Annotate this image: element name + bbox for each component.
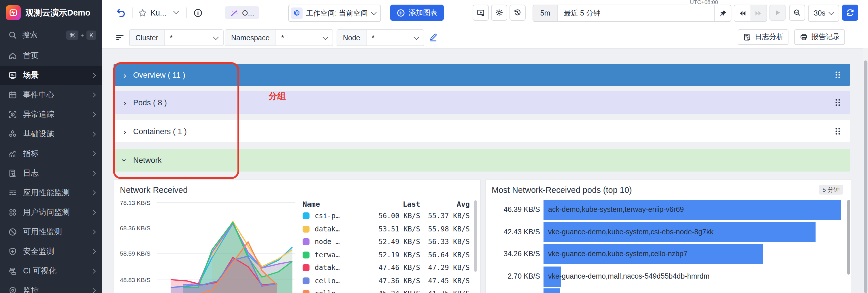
sidebar-item-scenes[interactable]: 场景 [0,66,102,85]
series-name: datak… [315,225,340,233]
chart-title: Network Received [120,185,188,194]
play-icon [773,9,781,17]
ai-assistant-button[interactable]: O... [225,6,259,19]
divider [132,7,132,18]
series-avg-value: 41.75 KB/S [420,290,470,293]
sidebar-search[interactable]: 搜索 ⌘ + K [8,28,96,43]
sidebar-item-monitors[interactable]: 监控 [0,281,102,293]
legend-row[interactable]: csi-p…56.00 KB/S55.37 KB/S [303,210,470,222]
sidebar-item-ci[interactable]: CI 可视化 [0,261,102,281]
refresh-interval-selector[interactable]: 30s [808,5,839,22]
series-avg-value: 56.64 KB/S [420,251,470,259]
sidebar-item-tracing[interactable]: 异常追踪 [0,105,102,124]
refresh-button[interactable] [842,5,858,21]
fast-forward-button[interactable] [750,5,767,21]
refresh-icon [845,8,855,17]
legend-row[interactable]: terwa…52.19 KB/S56.64 KB/S [303,248,470,261]
panel-scrollbar[interactable] [847,200,850,274]
legend-row[interactable]: cello…47.36 KB/S47.45 KB/S [303,274,470,287]
filter-cluster[interactable]: Cluster * [129,29,224,46]
sidebar-item-metrics[interactable]: 指标 [0,144,102,163]
group-label: Containers ( 1 ) [133,127,187,136]
legend-scrollbar[interactable] [474,200,477,272]
time-chip: 5m [533,5,558,21]
group-header-network[interactable]: ›Network [114,149,850,172]
drag-handle-icon[interactable] [835,98,841,107]
legend-col-name: Name [303,199,371,208]
sidebar-item-rum[interactable]: 用户访问监测 [0,203,102,222]
add-chart-button[interactable]: 添加图表 [390,5,444,21]
infra-icon [8,130,17,139]
filter-namespace[interactable]: Namespace * [225,29,333,46]
gear-icon [495,8,503,17]
series-last-value: 53.51 KB/S [371,225,420,233]
tracing-icon [8,110,17,119]
page-scrollbar-thumb[interactable] [864,61,867,293]
legend-row[interactable]: datak…53.51 KB/S55.98 KB/S [303,222,470,235]
history-button[interactable] [509,5,526,21]
zoom-out-button[interactable] [789,5,805,21]
play-button[interactable] [770,5,785,21]
sidebar-item-label: 日志 [23,168,92,178]
log-analysis-button[interactable]: 日志分析 [738,29,788,45]
log-search-icon [743,33,751,41]
bar-pod-label: ack-demo,kube-system,terway-eniip-v6r69 [548,200,684,220]
series-avg-value: 47.45 KB/S [420,277,470,285]
info-icon[interactable] [192,7,204,19]
series-color-swatch [303,278,310,284]
page-scrollbar-track [863,48,868,293]
bar-pod-label: vke-guance-demo,mall,nacos-549d55b4db-hm… [548,266,710,286]
series-avg-value: 55.37 KB/S [420,212,470,220]
report-records-button[interactable]: 报告记录 [794,29,845,45]
filter-icon[interactable] [114,32,126,43]
sidebar-item-logs[interactable]: 日志 [0,163,102,183]
kbd-plus: + [81,32,84,39]
sidebar-item-label: CI 可视化 [23,266,92,276]
chevron-right-icon [91,249,96,254]
series-avg-value: 55.98 KB/S [420,225,470,233]
sidebar-item-label: 指标 [23,148,92,159]
chevron-right-icon [91,73,96,78]
sidebar-item-label: 事件中心 [23,90,92,100]
star-icon[interactable] [136,7,148,19]
home-icon [8,51,17,61]
chevron-right-icon [91,151,96,156]
sidebar-item-label: 场景 [23,70,92,81]
sidebar-item-label: 应用性能监测 [23,188,92,198]
sidebar-item-home[interactable]: 首页 [0,46,102,66]
dashboard-name[interactable]: Ku... [150,0,166,25]
group-header-pods[interactable]: ›Pods ( 8 ) [114,91,850,114]
sidebar-item-label: 基础设施 [23,129,92,139]
sidebar-item-availability[interactable]: 可用性监测 [0,222,102,242]
sidebar-item-security[interactable]: 安全监测 [0,242,102,261]
present-button[interactable] [473,5,489,21]
group-header-containers[interactable]: ›Containers ( 1 ) [114,120,850,142]
chevron-right-icon: › [123,71,126,79]
sidebar-item-label: 安全监测 [23,246,92,257]
sidebar-item-apm[interactable]: 应用性能监测 [0,183,102,203]
drag-handle-icon[interactable] [835,127,841,136]
time-range-selector[interactable]: 5m 最近 5 分钟 [532,5,732,22]
logo-row[interactable]: 观测云演示Demo [0,0,102,25]
pin-button[interactable] [714,5,731,21]
legend-row[interactable]: datak…47.46 KB/S47.29 KB/S [303,261,470,274]
drag-handle-icon[interactable] [835,71,841,79]
edit-filters-button[interactable] [428,31,439,43]
workspace-selector[interactable]: 工作空间: 当前空间 [288,5,381,22]
ci-icon [8,266,17,276]
settings-button[interactable] [491,5,507,21]
group-header-overview[interactable]: ›Overview ( 11 ) [114,64,850,86]
legend-row[interactable]: node-…52.49 KB/S56.33 KB/S [303,235,470,248]
rewind-icon [738,9,746,17]
sidebar-item-events[interactable]: 事件中心 [0,85,102,105]
legend-row[interactable]: cello…45.24 KB/S41.75 KB/S [303,287,470,293]
undo-button[interactable] [113,5,129,21]
bar[interactable] [544,288,560,293]
series-last-value: 56.00 KB/S [371,212,420,220]
chevron-down-icon[interactable] [170,11,178,13]
bar-pod-label: vke-guance-demo,kube-system,cello-nzbp7 [548,244,688,264]
rewind-button[interactable] [734,5,750,21]
app-window: 观测云演示Demo 搜索 ⌘ + K 首页场景事件中心异常追踪基础设施指标日志应… [0,0,868,293]
filter-node[interactable]: Node * [337,29,424,46]
sidebar-item-infra[interactable]: 基础设施 [0,124,102,144]
